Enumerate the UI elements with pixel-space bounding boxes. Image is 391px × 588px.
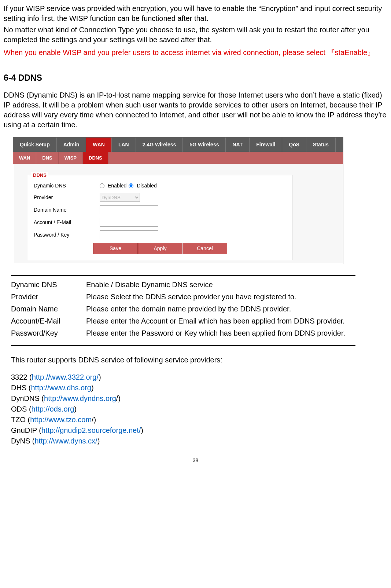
sub-tab-dns[interactable]: DNS: [36, 152, 58, 164]
provider-item: GnuDIP (http://gnudip2.sourceforge.net/): [11, 426, 387, 435]
provider-link[interactable]: http://www.3322.org/: [32, 373, 99, 381]
provider-item: DyNS (http://www.dyns.cx/): [11, 436, 387, 446]
account-input[interactable]: [100, 218, 158, 227]
main-tab-5g-wireless[interactable]: 5G Wireless: [183, 138, 226, 152]
intro-paragraph-2: No matter what kind of Connection Type y…: [4, 25, 387, 45]
provider-link[interactable]: http://www.dyns.cx/: [34, 437, 97, 445]
definition-desc: Please enter the domain name provided by…: [86, 304, 355, 314]
sub-tab-bar: WANDNSWISPDDNS: [13, 152, 343, 164]
definition-row: ProviderPlease Select the DDNS service p…: [11, 292, 355, 302]
provider-item: DynDNS (http://www.dyndns.org/): [11, 394, 387, 403]
dynamic-dns-label: Dynamic DNS: [34, 182, 100, 189]
main-tab-2-4g-wireless[interactable]: 2.4G Wireless: [136, 138, 183, 152]
definition-desc: Enable / Disable Dynamic DNS service: [86, 280, 355, 290]
sub-tab-ddns[interactable]: DDNS: [83, 152, 108, 164]
main-tab-qos[interactable]: QoS: [282, 138, 306, 152]
definition-desc: Please enter the Account or Email which …: [86, 316, 355, 326]
definition-row: Domain NamePlease enter the domain name …: [11, 304, 355, 314]
page-number: 38: [4, 457, 387, 464]
definition-term: Provider: [11, 292, 86, 302]
provider-item: TZO (http://www.tzo.com/): [11, 415, 387, 425]
ddns-form: DDNS Dynamic DNS Enabled Disabled Provid…: [28, 175, 292, 260]
account-label: Account / E-Mail: [34, 219, 100, 226]
form-legend: DDNS: [31, 172, 48, 179]
enabled-radio[interactable]: [100, 183, 104, 188]
enabled-text: Enabled: [108, 182, 126, 189]
router-ui-screenshot: Quick SetupAdminWANLAN2.4G Wireless5G Wi…: [13, 137, 343, 264]
providers-intro: This router supports DDNS service of fol…: [11, 355, 387, 365]
definitions-table: Dynamic DNSEnable / Disable Dynamic DNS …: [11, 275, 355, 346]
definition-desc: Please enter the Password or Key which h…: [86, 328, 355, 338]
provider-label: Provider: [34, 194, 100, 201]
password-label: Password / Key: [34, 231, 100, 238]
intro-warning: When you enable WISP and you prefer user…: [4, 48, 387, 58]
definition-term: Domain Name: [11, 304, 86, 314]
definition-desc: Please Select the DDNS service provider …: [86, 292, 355, 302]
definition-term: Account/E-Mail: [11, 316, 86, 326]
domain-name-input[interactable]: [100, 205, 158, 214]
disabled-radio[interactable]: [129, 183, 133, 188]
sub-tab-wisp[interactable]: WISP: [59, 152, 83, 164]
save-button[interactable]: Save: [93, 243, 138, 254]
definition-row: Dynamic DNSEnable / Disable Dynamic DNS …: [11, 280, 355, 290]
provider-item: 3322 (http://www.3322.org/): [11, 372, 387, 382]
ddns-description: DDNS (Dynamic DNS) is an IP-to-Host name…: [4, 90, 387, 130]
main-tab-status[interactable]: Status: [306, 138, 336, 152]
main-tab-admin[interactable]: Admin: [57, 138, 86, 152]
provider-link[interactable]: http://www.dhs.org: [31, 384, 91, 392]
cancel-button[interactable]: Cancel: [182, 243, 227, 254]
provider-item: DHS (http://www.dhs.org): [11, 383, 387, 393]
intro-paragraph-1: If your WISP service was provided with e…: [4, 4, 387, 23]
main-tab-nat[interactable]: NAT: [226, 138, 250, 152]
main-tab-quick-setup[interactable]: Quick Setup: [13, 138, 57, 152]
domain-name-label: Domain Name: [34, 207, 100, 213]
provider-link[interactable]: http://gnudip2.sourceforge.net/: [41, 426, 141, 434]
definition-term: Password/Key: [11, 328, 86, 338]
main-tab-firewall[interactable]: Firewall: [250, 138, 282, 152]
section-heading: 6-4 DDNS: [4, 72, 387, 84]
disabled-text: Disabled: [137, 182, 156, 189]
main-tab-lan[interactable]: LAN: [112, 138, 136, 152]
definition-row: Account/E-MailPlease enter the Account o…: [11, 316, 355, 326]
provider-link[interactable]: http://www.dyndns.org: [44, 394, 116, 402]
provider-select[interactable]: DynDNS: [100, 193, 140, 202]
form-panel: DDNS Dynamic DNS Enabled Disabled Provid…: [13, 164, 343, 264]
provider-item: ODS (http://ods.org): [11, 404, 387, 414]
definition-row: Password/KeyPlease enter the Password or…: [11, 328, 355, 338]
providers-list: 3322 (http://www.3322.org/)DHS (http://w…: [11, 372, 387, 446]
apply-button[interactable]: Apply: [138, 243, 182, 254]
definition-term: Dynamic DNS: [11, 280, 86, 290]
provider-link[interactable]: http://www.tzo.com: [30, 416, 92, 424]
password-input[interactable]: [100, 230, 158, 239]
provider-link[interactable]: http://ods.org: [32, 405, 74, 413]
sub-tab-wan[interactable]: WAN: [13, 152, 36, 164]
main-tab-wan[interactable]: WAN: [86, 138, 112, 152]
main-tab-bar: Quick SetupAdminWANLAN2.4G Wireless5G Wi…: [13, 138, 343, 152]
